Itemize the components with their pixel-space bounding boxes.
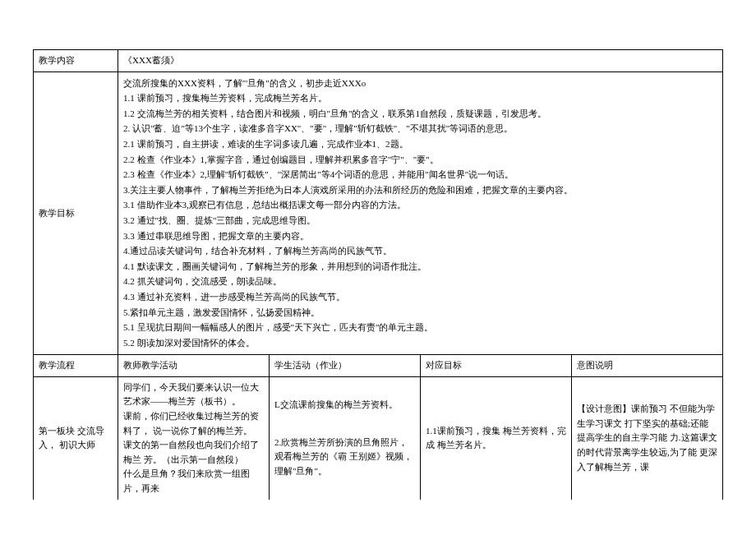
section-title: 第一板块 交流导入， 初识大师 — [34, 376, 118, 499]
header-corresponding-goal: 对应目标 — [421, 355, 572, 377]
goal-line: 5.紧扣单元主题，激发爱国情怀，弘扬爱国精神。 — [123, 306, 717, 321]
goal-line: 4.3 通过补充资料，进一步感受梅兰芳高尚的民族气节。 — [123, 290, 717, 305]
teacher-para: 课文的第一自然段也向我们介绍了梅兰 芳。（出示第一自然段） — [123, 438, 264, 467]
label-teaching-goals: 教学目标 — [34, 71, 118, 355]
student-para: L交流课前搜集的梅兰芳资料。 — [274, 398, 415, 413]
teacher-activity-cell: 同学们，今天我们要来认识一位大艺术家——梅兰芳（板书）。 课前，你们已经收集过梅… — [118, 376, 270, 499]
goal-line: 2.2 检查《作业本》1,掌握字音，通过创编题目，理解并积累多音字"宁"、"要"… — [123, 153, 717, 168]
goal-line: 3.2 通过"找、圈、提炼"三部曲，完成思维导图。 — [123, 214, 717, 228]
goal-line: 3.3 通过串联思维导图，把握文章的主要内容。 — [123, 229, 717, 244]
goal-line: 4.1 默读课文，圈画关键词句，了解梅兰芳的形象，并用想到的词语作批注。 — [123, 260, 717, 274]
student-activity-cell: L交流课前搜集的梅兰芳资料。 2.欣赏梅兰芳所扮演的旦角照片， 观看梅兰芳的《霸… — [270, 376, 421, 499]
goal-line: 2. 认识"蓄、迫"等13个生字，读准多音字XX"、"要"，理解"斩钉截铁"、"… — [123, 122, 717, 136]
goal-line: 1.1 课前预习，搜集梅兰芳资料，完成梅兰芳名片。 — [123, 91, 717, 106]
goal-line: 交流所搜集的XXX资料，了解"'旦角"的含义，初步走近XXXo — [123, 76, 717, 91]
goal-line: 4.2 抓关键词句，交流感受，朗读品味。 — [123, 274, 717, 289]
goal-line: 5.2 朗读加深对爱国情怀的体会。 — [123, 336, 717, 351]
label-teaching-content: 教学内容 — [34, 50, 118, 72]
corresponding-goal-cell: 1.1课前预习，搜集 梅兰芳资料，完成 梅兰芳名片。 — [421, 376, 572, 499]
goal-line: 5.1 呈现抗日期间一幅幅感人的图片，感受"天下兴亡，匹夫有责"的单元主题。 — [123, 321, 717, 335]
goal-line: 1.2 交流梅兰芳的相关资料，结合图片和视频，明白"旦角"的含义，联系第1自然段… — [123, 107, 717, 122]
teaching-goals-content: 交流所搜集的XXX资料，了解"'旦角"的含义，初步走近XXXo 1.1 课前预习… — [118, 71, 723, 355]
header-student-activity: 学生活动（作业） — [270, 355, 421, 377]
teacher-para: 课前，你们已经收集过梅兰芳的资料了， 说一说你了解的梅兰芳。 — [123, 409, 264, 438]
header-teacher-activity: 教师教学活动 — [118, 355, 270, 377]
goal-line: 3.关注主要人物事件，了解梅兰芳拒绝为日本人演戏所采用的办法和所经历的危险和困难… — [123, 183, 717, 198]
value-teaching-content: 《XXX蓄须》 — [118, 50, 723, 72]
teacher-para: 同学们，今天我们要来认识一位大艺术家——梅兰芳（板书）。 — [123, 380, 264, 409]
student-para: 2.欣赏梅兰芳所扮演的旦角照片， 观看梅兰芳的《霸 王别姬》视频，理解"旦角"。 — [274, 436, 415, 479]
header-intent: 意图说明 — [572, 355, 723, 377]
intent-cell: 【设计意图】课前预习 不但能为学生学习课文 打下坚实的基础;还能 提高学生的自主… — [572, 376, 723, 499]
goal-line: 2.3 检查《作业本》2,理解"斩钉截铁"、"深居简出"等4个词语的意思，并能用… — [123, 168, 717, 182]
teacher-para: 什么是旦角？我们来欣赏一组图片，再来 — [123, 467, 264, 496]
goal-line: 3.1 借助作业本3,观察已有信息，总结出概括课文每一部分内容的方法。 — [123, 198, 717, 213]
header-flow: 教学流程 — [34, 355, 118, 377]
goal-line: 2.1 课前预习，自主拼读，难读的生字词多读几遍，完成作业本1、2题。 — [123, 137, 717, 152]
goal-line: 4.通过品读关键词句，结合补充材料，了解梅兰芳高尚的民族气节。 — [123, 244, 717, 259]
